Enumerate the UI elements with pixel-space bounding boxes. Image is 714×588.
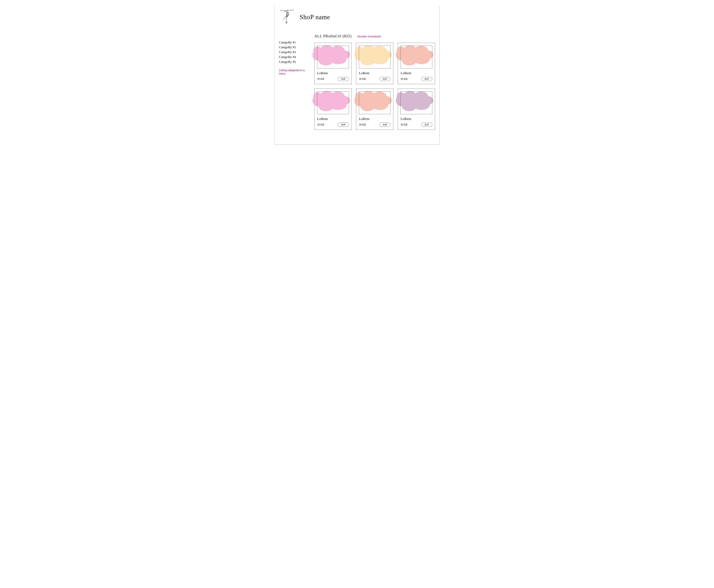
sidebar-annotation: Listing categories in a menu (279, 69, 308, 76)
buy-button[interactable]: KöP (380, 77, 390, 81)
product-card[interactable]: LoRem 30 KR KöP (315, 88, 352, 130)
product-footer: 30 KR KöP (317, 123, 349, 127)
buy-button-label: KöP (425, 123, 429, 126)
main-content: ALL PRoDuCtS (825) Number of products Lo… (315, 34, 435, 130)
product-footer: 30 KR KöP (401, 77, 432, 81)
product-card[interactable]: LoRem 30 KR KöP (398, 88, 435, 130)
product-footer: 30 KR KöP (317, 77, 349, 81)
page-heading: ALL PRoDuCtS (825) (315, 34, 352, 38)
product-image-frame (401, 91, 432, 114)
product-footer: 30 KR KöP (359, 77, 391, 81)
product-title: LoRem (359, 71, 391, 75)
product-title: LoRem (359, 117, 391, 121)
heading-annotation: Number of products (358, 35, 381, 38)
product-card[interactable]: LoRem 30 KR KöP (398, 43, 435, 84)
product-image-frame (401, 46, 432, 68)
product-grid: LoRem 30 KR KöP LoRem 30 KR KöP (315, 43, 435, 130)
product-price: 30 KR (401, 123, 408, 126)
shop-title: ShoP name (300, 13, 330, 21)
buy-button[interactable]: KöP (338, 123, 349, 127)
sidebar-item-category[interactable]: CategoRy #2 (279, 45, 308, 49)
page-frame: ShoP name CategoRy #1 CategoRy #2 Catego… (274, 6, 440, 145)
product-price: 30 KR (401, 78, 408, 81)
buy-button-label: KöP (383, 78, 387, 80)
heading-row: ALL PRoDuCtS (825) Number of products (315, 34, 435, 38)
product-price: 30 KR (359, 123, 366, 126)
product-card[interactable]: LoRem 30 KR KöP (356, 43, 393, 84)
content-layout: CategoRy #1 CategoRy #2 CategoRy #3 Cate… (279, 34, 435, 130)
buy-button[interactable]: KöP (380, 123, 390, 127)
product-footer: 30 KR KöP (359, 123, 391, 127)
header: ShoP name (279, 9, 435, 25)
category-sidebar: CategoRy #1 CategoRy #2 CategoRy #3 Cate… (279, 34, 308, 130)
product-footer: 30 KR KöP (401, 123, 432, 127)
product-price: 30 KR (317, 78, 324, 81)
product-price: 30 KR (359, 78, 366, 81)
buy-button-label: KöP (341, 78, 345, 80)
product-image-frame (359, 91, 391, 114)
product-title: LoRem (317, 117, 349, 121)
buy-button[interactable]: KöP (338, 77, 349, 81)
sidebar-item-category[interactable]: CategoRy #1 (279, 40, 308, 45)
sidebar-item-category[interactable]: CategoRy #3 (279, 49, 308, 55)
product-card[interactable]: LoRem 30 KR KöP (315, 43, 352, 84)
product-image-frame (317, 46, 349, 68)
buy-button[interactable]: KöP (421, 123, 432, 127)
sidebar-item-category[interactable]: CategoRy #5 (279, 59, 308, 64)
product-card[interactable]: LoRem 30 KR KöP (356, 88, 393, 130)
buy-button-label: KöP (383, 123, 387, 126)
product-price: 30 KR (317, 123, 324, 126)
sidebar-item-category[interactable]: CategoRy #4 (279, 55, 308, 59)
logo-scribble-icon (279, 9, 295, 25)
product-image-frame (317, 91, 349, 114)
buy-button-label: KöP (425, 78, 429, 80)
buy-button[interactable]: KöP (421, 77, 432, 81)
product-title: LoRem (401, 71, 432, 75)
product-title: LoRem (317, 71, 349, 75)
product-title: LoRem (401, 117, 432, 121)
buy-button-label: KöP (341, 123, 345, 126)
product-image-frame (359, 46, 391, 68)
